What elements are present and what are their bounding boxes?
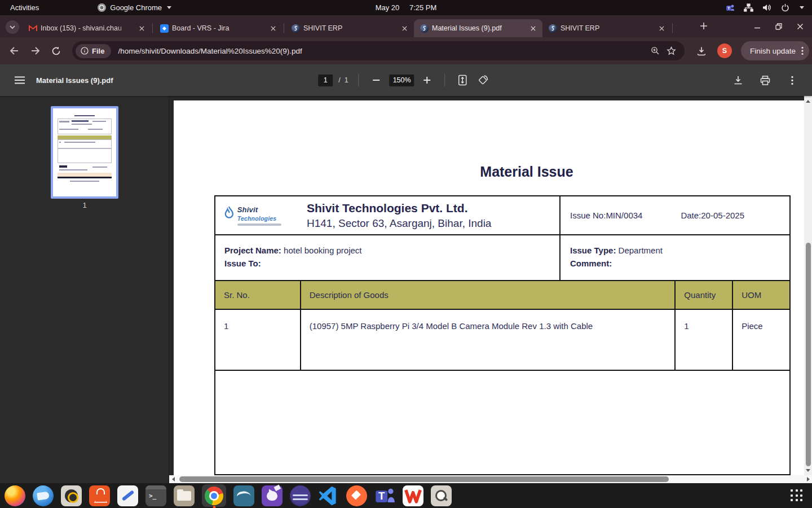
back-button[interactable] bbox=[6, 42, 23, 59]
teams-icon[interactable]: T bbox=[726, 3, 735, 12]
vertical-scroll-thumb[interactable] bbox=[806, 243, 811, 466]
window-controls bbox=[751, 20, 806, 33]
bookmark-star-icon[interactable] bbox=[663, 43, 679, 59]
github-desktop-icon[interactable] bbox=[262, 485, 283, 506]
mysql-workbench-icon[interactable] bbox=[233, 485, 254, 506]
system-top-bar: Activities Google Chrome May 20 7:25 PM … bbox=[0, 0, 812, 15]
activities-button[interactable]: Activities bbox=[0, 0, 49, 15]
profile-avatar[interactable]: S bbox=[717, 43, 732, 58]
scroll-up-arrow[interactable] bbox=[804, 97, 812, 105]
teams-icon[interactable]: T bbox=[374, 485, 395, 506]
pdf-menu-icon[interactable] bbox=[12, 73, 27, 87]
forward-button[interactable] bbox=[27, 42, 44, 59]
tab-close-icon[interactable] bbox=[136, 23, 147, 33]
zoom-in-button[interactable] bbox=[420, 73, 435, 87]
ubuntu-software-icon[interactable] bbox=[89, 485, 110, 506]
url-text[interactable]: /home/shivit/Downloads/Material%20Issues… bbox=[118, 47, 647, 55]
vscode-icon[interactable] bbox=[318, 485, 339, 506]
project-name-value: hotel booking project bbox=[284, 246, 361, 255]
rotate-button[interactable] bbox=[476, 73, 491, 87]
rhythmbox-icon[interactable] bbox=[61, 485, 82, 506]
new-tab-button[interactable] bbox=[699, 21, 708, 30]
issue-to-label: Issue To: bbox=[224, 259, 261, 268]
fit-to-page-button[interactable] bbox=[456, 73, 470, 87]
tab-separator bbox=[152, 23, 153, 33]
minimize-button[interactable] bbox=[751, 20, 764, 33]
tab-close-icon[interactable] bbox=[656, 23, 667, 33]
tab-material-issues-pdf[interactable]: Material Issues (9).pdf bbox=[414, 19, 542, 37]
page-number-input[interactable]: 1 bbox=[318, 75, 333, 86]
pdf-page-area: Material Issue Shivit Technologies bbox=[169, 96, 812, 483]
zoom-out-button[interactable] bbox=[369, 73, 384, 87]
vertical-scrollbar[interactable] bbox=[804, 96, 812, 475]
chrome-dock-item[interactable] bbox=[202, 484, 226, 507]
pdf-print-icon[interactable] bbox=[758, 73, 773, 87]
horizontal-scrollbar[interactable] bbox=[169, 475, 812, 483]
thumbnail-panel: 1 bbox=[0, 96, 169, 483]
tab-close-icon[interactable] bbox=[528, 23, 538, 33]
issue-type-label: Issue Type: bbox=[570, 246, 616, 255]
kebab-menu-icon bbox=[801, 46, 804, 55]
postman-icon[interactable] bbox=[346, 485, 367, 506]
company-cell: Shivit Technologies Shivit Technologies … bbox=[215, 196, 559, 234]
horizontal-scroll-thumb[interactable] bbox=[179, 476, 669, 482]
company-logo: Shivit Technologies bbox=[223, 205, 295, 226]
scroll-left-arrow[interactable] bbox=[169, 475, 177, 483]
scroll-right-arrow[interactable] bbox=[804, 475, 812, 483]
toolbar-divider bbox=[445, 74, 445, 86]
tab-jira-board[interactable]: Board - VRS - Jira bbox=[154, 19, 283, 37]
clock-date[interactable]: May 20 bbox=[376, 3, 400, 12]
project-cell: Project Name: hotel booking project Issu… bbox=[215, 235, 559, 280]
issue-meta-cell: Issue No:MIN/0034 Date:20-05-2025 bbox=[559, 196, 789, 234]
volume-icon[interactable] bbox=[762, 3, 772, 12]
header-sr-no: Sr. No. bbox=[215, 281, 300, 309]
tab-title: SHIVIT ERP bbox=[561, 24, 653, 32]
restore-button[interactable] bbox=[773, 20, 785, 33]
thunderbird-icon[interactable] bbox=[33, 485, 54, 506]
tabs: Inbox (153) - shivani.chau Board - VRS -… bbox=[23, 19, 674, 37]
tab-strip: Inbox (153) - shivani.chau Board - VRS -… bbox=[0, 15, 812, 37]
tab-inbox[interactable]: Inbox (153) - shivani.chau bbox=[23, 19, 151, 37]
pdf-download-icon[interactable] bbox=[731, 73, 745, 87]
text-editor-icon[interactable] bbox=[117, 485, 138, 506]
zoom-level-input[interactable]: 150% bbox=[390, 75, 414, 86]
downloads-button[interactable] bbox=[694, 43, 709, 59]
screenshot-tool-icon[interactable] bbox=[431, 485, 452, 506]
tab-shivit-erp-1[interactable]: SHIVIT ERP bbox=[285, 19, 414, 37]
thumbnail-page-number: 1 bbox=[51, 201, 118, 209]
close-window-button[interactable] bbox=[794, 20, 806, 33]
header-quantity: Quantity bbox=[674, 281, 732, 309]
app-grid-button[interactable] bbox=[789, 488, 804, 503]
tab-close-icon[interactable] bbox=[399, 23, 409, 33]
logo-tagline bbox=[237, 224, 281, 226]
chevron-down-icon[interactable] bbox=[800, 6, 804, 9]
tab-title: Board - VRS - Jira bbox=[172, 24, 264, 32]
zoom-page-icon[interactable] bbox=[647, 43, 663, 59]
tab-search-button[interactable] bbox=[6, 20, 19, 34]
pdf-more-options-icon[interactable] bbox=[785, 73, 800, 87]
tab-close-icon[interactable] bbox=[268, 23, 278, 33]
page-thumbnail[interactable] bbox=[51, 106, 118, 199]
company-address: H141, Sector 63, Asarganj, Bihar, India bbox=[307, 216, 491, 231]
issue-type-value: Department bbox=[619, 246, 663, 255]
tab-shivit-erp-2[interactable]: SHIVIT ERP bbox=[542, 19, 671, 37]
address-bar[interactable]: File /home/shivit/Downloads/Material%20I… bbox=[72, 41, 685, 60]
eclipse-icon[interactable] bbox=[290, 485, 311, 506]
power-icon[interactable] bbox=[781, 3, 789, 12]
firefox-icon[interactable] bbox=[5, 485, 25, 506]
tab-title: Material Issues (9).pdf bbox=[432, 24, 524, 32]
finish-update-button[interactable]: Finish update bbox=[741, 41, 809, 60]
terminal-icon[interactable] bbox=[145, 485, 166, 506]
files-icon[interactable] bbox=[174, 485, 195, 506]
scroll-down-arrow[interactable] bbox=[804, 466, 812, 474]
document-title: Material Issue bbox=[174, 164, 804, 180]
network-share-icon[interactable] bbox=[744, 3, 753, 12]
issue-no: Issue No:MIN/0034 bbox=[570, 211, 642, 220]
wps-office-icon[interactable] bbox=[403, 485, 423, 506]
app-menu-button[interactable]: Google Chrome bbox=[93, 0, 176, 15]
reload-button[interactable] bbox=[47, 42, 64, 59]
cell-description: (10957) 5MP Raspberry Pi 3/4 Model B Cam… bbox=[300, 310, 675, 370]
clock-time[interactable]: 7:25 PM bbox=[409, 3, 436, 12]
file-scheme-chip[interactable]: File bbox=[76, 44, 111, 58]
header-description: Description of Goods bbox=[300, 281, 675, 309]
